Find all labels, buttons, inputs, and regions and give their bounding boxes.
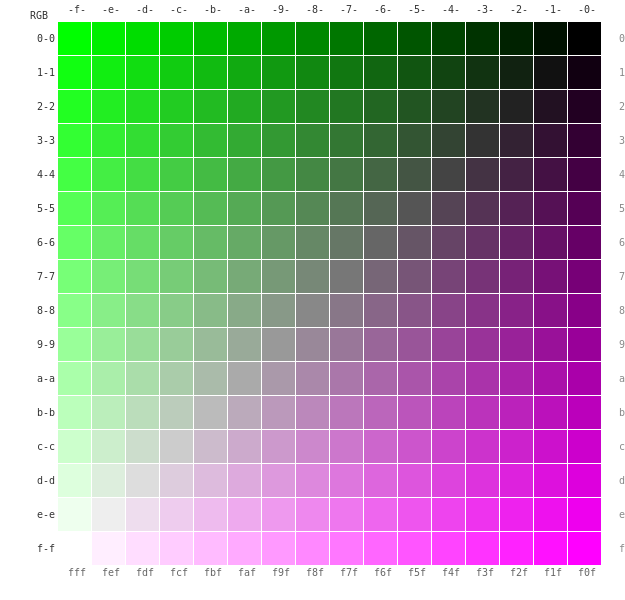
color-cell-r10-c13: [500, 362, 533, 395]
color-cell-r13-c14: [534, 464, 567, 497]
color-cell-r11-c8: [330, 396, 363, 429]
color-cell-r0-c10: [398, 22, 431, 55]
row-right-label-14: e0e: [602, 509, 625, 520]
grid-row-14: e-ee0e: [30, 498, 623, 531]
row-right-label-4: 404: [602, 169, 625, 180]
color-cell-r9-c0: [58, 328, 91, 361]
color-cell-r7-c13: [500, 260, 533, 293]
color-cell-r14-c0: [58, 498, 91, 531]
color-cell-r8-c5: [228, 294, 261, 327]
row-label-8: 8-8: [30, 305, 58, 316]
color-cell-r5-c5: [228, 192, 261, 225]
row-label-12: c-c: [30, 441, 58, 452]
row-label-13: d-d: [30, 475, 58, 486]
column-header-13: -2-: [502, 4, 536, 15]
row-label-5: 5-5: [30, 203, 58, 214]
color-cell-r0-c3: [160, 22, 193, 55]
color-cell-r13-c1: [92, 464, 125, 497]
color-cell-r12-c0: [58, 430, 91, 463]
row-label-7: 7-7: [30, 271, 58, 282]
color-cell-r15-c14: [534, 532, 567, 565]
column-header-6: -9-: [264, 4, 298, 15]
grid-row-13: d-dd0d: [30, 464, 623, 497]
color-cell-r11-c0: [58, 396, 91, 429]
color-cell-r1-c9: [364, 56, 397, 89]
color-cell-r9-c14: [534, 328, 567, 361]
color-cell-r5-c12: [466, 192, 499, 225]
color-cell-r10-c8: [330, 362, 363, 395]
color-cell-r1-c13: [500, 56, 533, 89]
color-cell-r12-c2: [126, 430, 159, 463]
row-right-label-15: f0f: [602, 543, 625, 554]
footer-cell-15: f0f: [570, 567, 604, 578]
color-cell-r10-c5: [228, 362, 261, 395]
color-cell-r1-c7: [296, 56, 329, 89]
grid-row-11: b-bb0b: [30, 396, 623, 429]
color-cell-r7-c1: [92, 260, 125, 293]
color-cell-r2-c15: [568, 90, 601, 123]
color-cell-r2-c7: [296, 90, 329, 123]
grid-row-0: 0-0000: [30, 22, 623, 55]
color-cell-r3-c4: [194, 124, 227, 157]
color-cell-r6-c15: [568, 226, 601, 259]
color-cell-r12-c13: [500, 430, 533, 463]
color-cell-r6-c0: [58, 226, 91, 259]
color-cell-r5-c1: [92, 192, 125, 225]
color-cell-r8-c9: [364, 294, 397, 327]
color-cell-r6-c8: [330, 226, 363, 259]
color-cell-r9-c3: [160, 328, 193, 361]
color-cell-r11-c7: [296, 396, 329, 429]
color-cell-r6-c5: [228, 226, 261, 259]
column-header-5: -a-: [230, 4, 264, 15]
color-cell-r12-c6: [262, 430, 295, 463]
color-cell-r1-c3: [160, 56, 193, 89]
color-cell-r15-c5: [228, 532, 261, 565]
color-cell-r6-c7: [296, 226, 329, 259]
footer-cell-8: f7f: [332, 567, 366, 578]
color-cell-r11-c4: [194, 396, 227, 429]
color-cell-r1-c2: [126, 56, 159, 89]
color-cell-r7-c10: [398, 260, 431, 293]
color-cell-r8-c11: [432, 294, 465, 327]
color-cell-r6-c13: [500, 226, 533, 259]
grid-row-1: 1-1101: [30, 56, 623, 89]
color-cell-r12-c14: [534, 430, 567, 463]
row-right-label-1: 101: [602, 67, 625, 78]
color-cell-r4-c4: [194, 158, 227, 191]
column-header-7: -8-: [298, 4, 332, 15]
row-right-label-5: 505: [602, 203, 625, 214]
color-cell-r13-c0: [58, 464, 91, 497]
color-cell-r5-c0: [58, 192, 91, 225]
color-cell-r7-c11: [432, 260, 465, 293]
color-cell-r11-c13: [500, 396, 533, 429]
color-cell-r7-c6: [262, 260, 295, 293]
color-cell-r2-c8: [330, 90, 363, 123]
grid-row-6: 6-6606: [30, 226, 623, 259]
column-header-9: -6-: [366, 4, 400, 15]
color-cell-r9-c9: [364, 328, 397, 361]
color-cell-r10-c11: [432, 362, 465, 395]
color-cell-r8-c4: [194, 294, 227, 327]
color-cell-r0-c15: [568, 22, 601, 55]
color-cell-r8-c2: [126, 294, 159, 327]
color-cell-r14-c15: [568, 498, 601, 531]
color-cell-r7-c4: [194, 260, 227, 293]
row-label-1: 1-1: [30, 67, 58, 78]
grid-row-2: 2-2202: [30, 90, 623, 123]
color-cell-r0-c11: [432, 22, 465, 55]
color-cell-r2-c6: [262, 90, 295, 123]
color-cell-r6-c6: [262, 226, 295, 259]
color-cell-r3-c5: [228, 124, 261, 157]
color-cell-r15-c8: [330, 532, 363, 565]
color-cell-r0-c5: [228, 22, 261, 55]
color-cell-r5-c6: [262, 192, 295, 225]
color-cell-r3-c12: [466, 124, 499, 157]
color-cell-r14-c4: [194, 498, 227, 531]
grid-row-9: 9-9909: [30, 328, 623, 361]
column-header-1: -e-: [94, 4, 128, 15]
color-cell-r15-c15: [568, 532, 601, 565]
color-cell-r9-c10: [398, 328, 431, 361]
column-header-0: -f-: [60, 4, 94, 15]
color-cell-r1-c15: [568, 56, 601, 89]
color-cell-r6-c3: [160, 226, 193, 259]
